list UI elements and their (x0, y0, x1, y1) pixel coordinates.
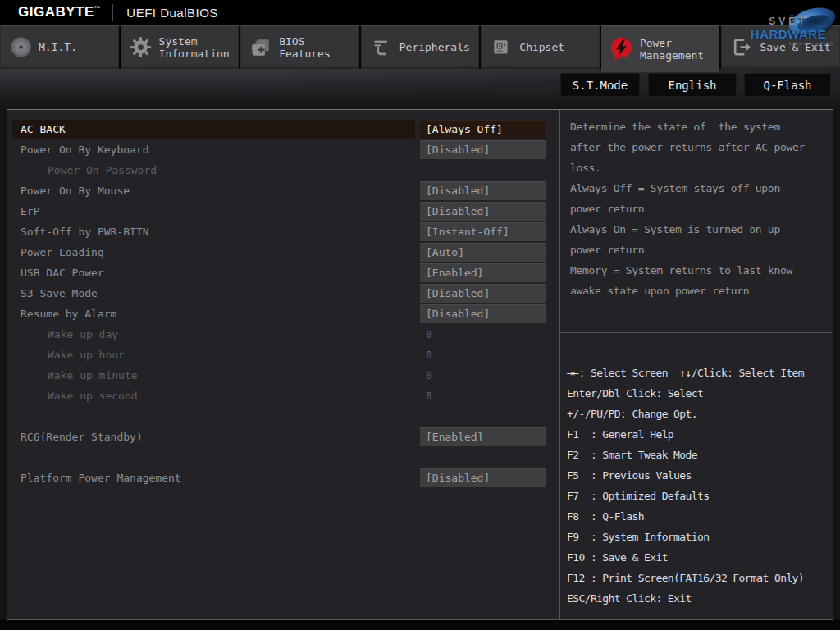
chip-plus-icon (246, 37, 276, 58)
setting-label: Wake up day (48, 324, 118, 345)
tab-bios-features[interactable]: BIOS Features (240, 25, 359, 69)
title-bar: GIGABYTE™ UEFI DualBIOS (0, 0, 840, 25)
q-flash-button[interactable]: Q-Flash (744, 73, 831, 97)
setting-value[interactable]: [Disabled] (420, 468, 546, 487)
setting-value[interactable]: [Instant-Off] (420, 222, 546, 241)
setting-row-soft-off-by-pwr-bttn[interactable]: Soft-Off by PWR-BTTN[Instant-Off] (7, 221, 559, 242)
tab-label: BIOS Features (279, 35, 359, 60)
shortcut-line: Enter/Dbl Click: Select (567, 383, 830, 404)
setting-value: 0 (420, 386, 546, 405)
setting-label: Wake up second (48, 386, 138, 406)
help-line: after the power returns after AC power (570, 137, 827, 158)
shortcut-line: ESC/Right Click: Exit (567, 588, 830, 609)
dial-icon (6, 35, 35, 59)
tab-label: Chipset (519, 41, 564, 53)
shortcut-line: F12 : Print Screen(FAT16/32 Format Only) (567, 568, 830, 588)
tab-label: Power Management (640, 37, 720, 62)
setting-value: 0 (420, 366, 546, 385)
bios-screen: GIGABYTE™ UEFI DualBIOS M.I.T.System Inf… (0, 0, 840, 630)
setting-label: USB DAC Power (21, 262, 104, 283)
setting-value[interactable]: [Auto] (420, 243, 546, 262)
setting-value[interactable]: [Disabled] (420, 140, 546, 159)
help-line: Always On = System is turned on up (570, 219, 827, 240)
setting-label: Power Loading (21, 242, 104, 262)
setting-row-rc6-render-standby[interactable]: RC6(Render Standby)[Enabled] (7, 427, 559, 447)
tab-label: M.I.T. (39, 41, 77, 53)
s-t-mode-button[interactable]: S.T.Mode (560, 73, 640, 97)
setting-value[interactable]: [Enabled] (420, 427, 546, 446)
shortcut-line: →←: Select Screen ↑↓/Click: Select Item (567, 363, 830, 383)
shortcut-line: F10 : Save & Exit (567, 547, 830, 568)
setting-row-power-on-password: Power On Password (7, 160, 559, 180)
setting-row-wake-up-hour: Wake up hour0 (7, 345, 559, 365)
shortcut-line: F8 : Q-Flash (567, 506, 830, 527)
setting-label: Power On By Mouse (21, 180, 130, 201)
setting-label: Wake up hour (48, 345, 125, 365)
settings-list: AC BACK[Always Off]Power On By Keyboard[… (7, 110, 559, 619)
main-panel: AC BACK[Always Off]Power On By Keyboard[… (7, 109, 833, 620)
setting-row-power-loading[interactable]: Power Loading[Auto] (7, 242, 559, 262)
setting-row-ac-back[interactable]: AC BACK[Always Off] (7, 119, 559, 139)
setting-label: AC BACK (21, 119, 66, 139)
tab-m-i-t[interactable]: M.I.T. (0, 25, 119, 69)
bios-title: UEFI DualBIOS (126, 6, 218, 20)
help-panel: Determine the state of the systemafter t… (559, 110, 832, 619)
help-line: Determine the state of the system (570, 116, 827, 137)
setting-value: 0 (420, 345, 546, 364)
spacer-row (7, 406, 559, 427)
setting-label: S3 Save Mode (21, 283, 98, 304)
tab-label: System Information (159, 35, 240, 60)
setting-row-power-on-by-mouse[interactable]: Power On By Mouse[Disabled] (7, 180, 559, 201)
help-line: Always Off = System stays off upon (570, 178, 827, 199)
english-button[interactable]: English (648, 73, 737, 97)
help-line: loss. (570, 158, 827, 178)
tab-save-exit[interactable]: Save & Exit (721, 25, 840, 69)
shortcut-list: →←: Select Screen ↑↓/Click: Select ItemE… (560, 363, 832, 609)
setting-value[interactable]: [Always Off] (420, 120, 546, 139)
setting-label: Resume by Alarm (21, 304, 116, 324)
setting-label: Power On By Keyboard (21, 139, 149, 160)
shortcut-line: F2 : Smart Tweak Mode (567, 445, 830, 465)
gigabyte-logo: GIGABYTE™ (18, 4, 101, 21)
setting-value[interactable]: [Disabled] (420, 304, 546, 323)
setting-row-wake-up-day: Wake up day0 (7, 324, 559, 345)
tab-chipset[interactable]: Chipset (481, 25, 600, 69)
tab-label: Peripherals (399, 41, 470, 53)
shortcut-line: F7 : Optimized Defaults (567, 486, 830, 506)
setting-value: 0 (420, 325, 546, 344)
setting-label: ErP (21, 201, 39, 221)
bottom-strip (0, 619, 840, 630)
setting-row-resume-by-alarm[interactable]: Resume by Alarm[Disabled] (7, 304, 559, 324)
peripherals-icon (367, 36, 396, 58)
tab-power-management[interactable]: Power Management (601, 25, 720, 72)
setting-value[interactable]: [Disabled] (420, 181, 546, 200)
setting-row-power-on-by-keyboard[interactable]: Power On By Keyboard[Disabled] (7, 139, 559, 160)
spacer-row (7, 447, 559, 468)
quick-button-bar: S.T.ModeEnglishQ-Flash (560, 73, 831, 97)
setting-row-erp[interactable]: ErP[Disabled] (7, 201, 559, 221)
titlebar-divider (112, 4, 113, 21)
help-line: awake state upon power return (570, 281, 827, 301)
setting-row-usb-dac-power[interactable]: USB DAC Power[Enabled] (7, 262, 559, 283)
exit-door-icon (727, 36, 756, 58)
setting-row-platform-power-management[interactable]: Platform Power Management[Disabled] (7, 468, 559, 488)
setting-row-wake-up-minute: Wake up minute0 (7, 365, 559, 386)
setting-value[interactable]: [Disabled] (420, 202, 546, 221)
chipset-icon (486, 37, 516, 58)
shortcut-line: F9 : System Information (567, 527, 830, 547)
help-line: power return (570, 199, 827, 219)
setting-value[interactable]: [Enabled] (420, 263, 546, 282)
shortcut-line: +/-/PU/PD: Change Opt. (567, 404, 830, 424)
setting-row-s3-save-mode[interactable]: S3 Save Mode[Disabled] (7, 283, 559, 304)
trademark-symbol: ™ (94, 5, 102, 12)
setting-label: Soft-Off by PWR-BTTN (21, 221, 149, 242)
setting-row-wake-up-second: Wake up second0 (7, 386, 559, 406)
setting-label: Platform Power Management (21, 468, 181, 488)
power-bolt-icon (607, 36, 637, 62)
setting-value[interactable]: [Disabled] (420, 284, 546, 303)
shortcut-line: F1 : General Help (567, 424, 830, 445)
gigabyte-logo-text: GIGABYTE (18, 4, 94, 20)
setting-label: Wake up minute (48, 365, 138, 386)
tab-system-information[interactable]: System Information (121, 25, 240, 69)
tab-peripherals[interactable]: Peripherals (361, 25, 480, 69)
